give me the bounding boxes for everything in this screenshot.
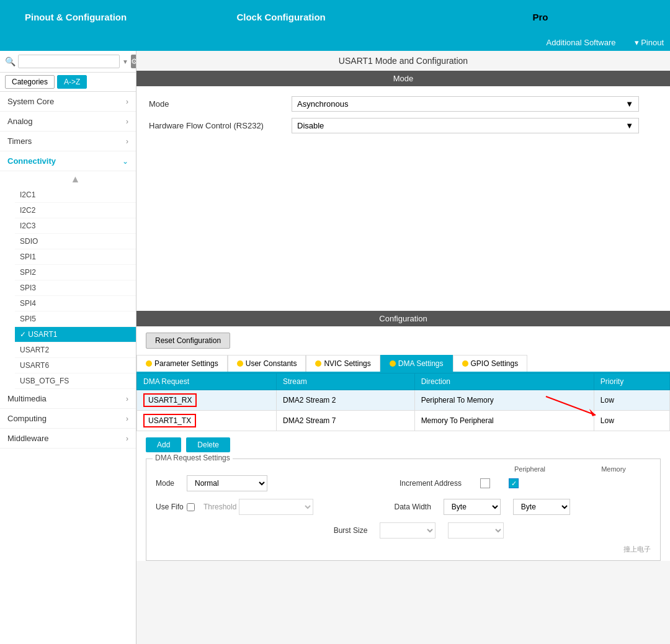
sidebar-tabs: Categories A->Z [0, 73, 136, 92]
dma-request-cell-1: USART1_RX [137, 390, 277, 411]
dma-request-cell-2: USART1_TX [137, 411, 277, 431]
sidebar-item-system-core[interactable]: System Core › [0, 92, 136, 112]
nav-pro[interactable]: Pro [411, 0, 670, 34]
highlight-usart1rx: USART1_RX [143, 393, 197, 407]
sidebar-subitem-usart1[interactable]: USART1 [15, 327, 136, 342]
nav-pinout[interactable]: Pinout & Configuration [0, 0, 151, 34]
mode-section: Mode Asynchronous ▼ Hardware Flow Contro… [136, 86, 670, 150]
search-bar: 🔍 ▼ ⚙ [0, 51, 136, 73]
hw-dropdown-arrow: ▼ [625, 121, 633, 130]
dma-table-container: DMA Request Stream Direction Priority US… [136, 373, 670, 431]
highlight-usart1tx: USART1_TX [143, 414, 196, 427]
dot-user [237, 360, 243, 367]
burst-size-label: Burst Size [334, 526, 368, 535]
content-title: USART1 Mode and Configuration [136, 51, 670, 71]
stream-cell-1: DMA2 Stream 2 [276, 390, 414, 411]
hardware-flow-select[interactable]: Disable ▼ [292, 118, 639, 133]
sidebar-subitem-spi2[interactable]: SPI2 [15, 265, 136, 280]
peripheral-increment-checkbox[interactable] [480, 478, 490, 488]
mode-settings-select[interactable]: Normal Circular [187, 475, 267, 491]
sub-nav: Additional Software ▾ Pinout [0, 34, 670, 51]
tab-categories[interactable]: Categories [5, 75, 55, 89]
hardware-flow-label: Hardware Flow Control (RS232) [149, 121, 285, 130]
add-button[interactable]: Add [146, 437, 181, 452]
mode-settings-label: Mode [156, 479, 187, 488]
sidebar-subitem-i2c3[interactable]: I2C3 [15, 218, 136, 234]
gear-icon[interactable]: ⚙ [131, 55, 136, 68]
nav-clock[interactable]: Clock Configuration [151, 0, 411, 34]
delete-button[interactable]: Delete [186, 437, 230, 452]
mode-row: Mode Asynchronous ▼ [149, 96, 658, 112]
sidebar-subitem-usart6[interactable]: USART6 [15, 358, 136, 373]
peripheral-data-width-select[interactable]: Byte Half Word Word [444, 499, 501, 515]
subnav-additional-software[interactable]: Additional Software [547, 38, 616, 47]
stream-cell-2: DMA2 Stream 7 [276, 411, 414, 431]
connectivity-subitems: ▲ I2C1 I2C2 I2C3 SDIO SPI1 SPI2 SPI3 SPI… [0, 171, 136, 389]
sidebar-subitem-spi1[interactable]: SPI1 [15, 249, 136, 265]
col-dma-request: DMA Request [137, 373, 277, 390]
memory-col-header: Memory [583, 465, 645, 473]
burst-size-row: Burst Size [156, 522, 651, 539]
mode-select[interactable]: Asynchronous ▼ [292, 96, 639, 112]
sidebar-item-multimedia[interactable]: Multimedia › [0, 389, 136, 409]
main-content: USART1 Mode and Configuration Mode Mode … [136, 51, 670, 644]
dot-dma [390, 360, 396, 367]
config-tabs: Parameter Settings User Constants NVIC S… [136, 355, 670, 373]
burst-size-section: Burst Size [187, 522, 651, 539]
increment-address-label: Increment Address [400, 479, 462, 488]
sidebar-subitem-sdio[interactable]: SDIO [15, 234, 136, 249]
threshold-select[interactable] [239, 499, 313, 515]
data-width-label: Data Width [395, 503, 431, 511]
tab-nvic-settings[interactable]: NVIC Settings [306, 355, 380, 372]
hardware-flow-row: Hardware Flow Control (RS232) Disable ▼ [149, 118, 658, 133]
tab-gpio-settings[interactable]: GPIO Settings [453, 355, 528, 372]
sidebar-item-timers[interactable]: Timers › [0, 132, 136, 151]
burst-size-memory-select[interactable] [448, 522, 504, 539]
sidebar: 🔍 ▼ ⚙ Categories A->Z System Core › Anal… [0, 51, 136, 644]
peripheral-col-header: Peripheral [489, 465, 570, 473]
tab-user-constants[interactable]: User Constants [228, 355, 306, 372]
sidebar-subitem-spi3[interactable]: SPI3 [15, 280, 136, 296]
col-stream: Stream [276, 373, 414, 390]
use-fifo-label: Use Fifo [156, 503, 187, 511]
col-priority: Priority [594, 373, 669, 390]
increment-address-section: Increment Address ✓ [267, 478, 651, 488]
search-input[interactable] [18, 55, 120, 68]
dot-parameter [146, 360, 152, 367]
sidebar-subitem-usb-otg[interactable]: USB_OTG_FS [15, 373, 136, 389]
data-width-section: Data Width Byte Half Word Word Byte Half… [313, 499, 651, 515]
sidebar-item-analog[interactable]: Analog › [0, 112, 136, 132]
mode-section-header: Mode [136, 71, 670, 86]
sidebar-subitem-usart2[interactable]: USART2 [15, 342, 136, 358]
threshold-label: Threshold [203, 503, 236, 511]
dot-nvic [315, 360, 321, 367]
tab-dma-settings[interactable]: DMA Settings [380, 355, 453, 372]
reset-config-button[interactable]: Reset Configuration [146, 333, 230, 349]
search-icon: 🔍 [5, 56, 16, 66]
subnav-pinout[interactable]: ▾ Pinout [635, 38, 664, 47]
sidebar-subitem-spi4[interactable]: SPI4 [15, 296, 136, 311]
tab-atoz[interactable]: A->Z [57, 75, 87, 89]
sidebar-item-middleware[interactable]: Middleware › [0, 429, 136, 449]
top-nav: Pinout & Configuration Clock Configurati… [0, 0, 670, 34]
dropdown-arrow: ▼ [122, 58, 128, 65]
svg-line-0 [546, 396, 596, 415]
col-direction: Direction [414, 373, 594, 390]
use-fifo-checkbox[interactable] [187, 503, 195, 511]
fifo-row: Use Fifo Threshold Data Width Byte Half … [156, 499, 651, 515]
red-arrow-annotation [540, 390, 614, 423]
watermark: 撞上电子 [156, 545, 651, 554]
sidebar-subitem-i2c2[interactable]: I2C2 [15, 203, 136, 218]
sidebar-subitem-i2c1[interactable]: I2C1 [15, 187, 136, 203]
column-headers-row: Peripheral Memory [156, 465, 651, 473]
sidebar-subitem-spi5[interactable]: SPI5 [15, 311, 136, 327]
tab-parameter-settings[interactable]: Parameter Settings [136, 355, 228, 372]
mode-dropdown-arrow: ▼ [625, 99, 633, 109]
sidebar-item-connectivity[interactable]: Connectivity ⌄ [0, 151, 136, 171]
memory-increment-checkbox[interactable]: ✓ [509, 478, 519, 488]
burst-size-peripheral-select[interactable] [380, 522, 436, 539]
dma-settings-group-label: DMA Request Settings [153, 454, 233, 462]
collapse-arrow[interactable]: ▲ [15, 171, 136, 187]
sidebar-item-computing[interactable]: Computing › [0, 409, 136, 429]
memory-data-width-select[interactable]: Byte Half Word Word [513, 499, 570, 515]
